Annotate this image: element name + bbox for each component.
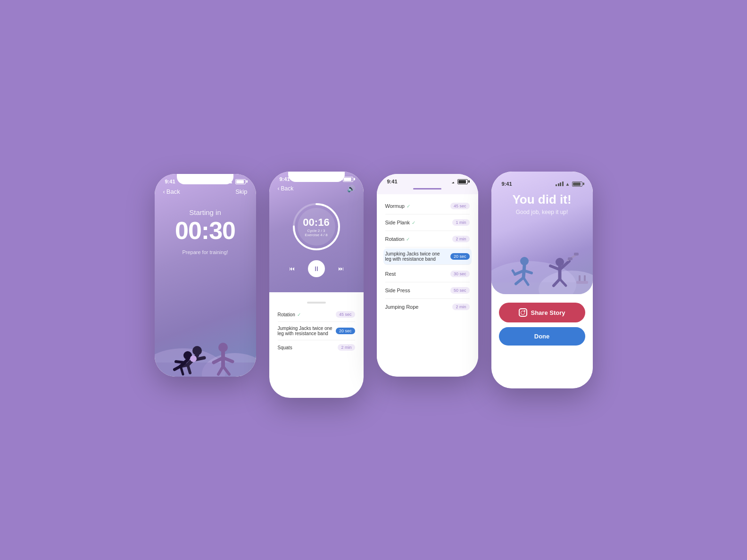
phone1-nav: ‹ Back Skip	[155, 186, 256, 199]
phone2-top: 9:41 ▲ ‹ Back	[269, 172, 364, 292]
timer-circle-container: 00:16 Cycle 2 / 3 Exercise 4 / 8	[269, 196, 364, 256]
phone2-controls: ⏮ ⏸ ⏭	[269, 256, 364, 283]
p3-check-3: ✓	[406, 237, 410, 242]
svg-rect-42	[576, 281, 588, 284]
phone3-notch	[399, 174, 456, 184]
exercise-name-3: Squats	[278, 345, 338, 350]
prev-button[interactable]: ⏮	[284, 261, 299, 276]
p3-time-1: 45 sec	[450, 203, 470, 209]
p3-exercise-name-6: Side Press	[385, 288, 450, 293]
p3-exercise-name-4: Jumpking Jacks twice one leg with resist…	[385, 251, 447, 262]
wifi-icon4: ▲	[565, 181, 570, 187]
svg-rect-2	[155, 362, 256, 377]
phone4-notch	[514, 172, 570, 182]
phones-container: 9:41 ▲ ‹ Back	[136, 143, 612, 417]
time-badge-2: 20 sec	[336, 328, 355, 334]
p3-time-6: 50 sec	[450, 287, 470, 294]
pause-button[interactable]: ⏸	[308, 260, 325, 277]
p3-exercise-row-5: Rest 30 sec	[385, 266, 470, 282]
skip-button[interactable]: Skip	[235, 188, 247, 195]
p3-exercise-row-6: Side Press 50 sec	[385, 282, 470, 299]
exercise-name-2: Jumpking Jacks twice one leg with resist…	[278, 326, 336, 336]
p3-check-2: ✓	[412, 220, 415, 225]
p3-exercise-row-4: Jumpking Jacks twice one leg with resist…	[383, 248, 472, 265]
back-button2[interactable]: ‹ Back	[278, 185, 294, 192]
phone2-bottom: Rotation ✓ 45 sec Jumpking Jacks twice o…	[269, 292, 364, 364]
p3-time-7: 2 min	[452, 304, 469, 310]
p3-exercise-row-1: Wormup ✓ 45 sec	[385, 198, 470, 214]
svg-rect-40	[574, 253, 579, 255]
p3-exercise-row-2: Side Plank ✓ 1 min	[385, 214, 470, 231]
prepare-text: Prepare for training!	[159, 249, 251, 255]
p3-exercise-name-3: Rotation ✓	[385, 236, 451, 242]
svg-rect-44	[584, 275, 586, 281]
timer-display: 00:16 Cycle 2 / 3 Exercise 4 / 8	[303, 216, 329, 237]
countdown-timer: 00:30	[159, 218, 251, 243]
p3-check-1: ✓	[407, 204, 410, 209]
phone2-notch	[288, 172, 345, 182]
starting-label: Starting in	[159, 208, 251, 216]
timer-circle: 00:16 Cycle 2 / 3 Exercise 4 / 8	[290, 201, 342, 253]
phone4-status-icons: ▲	[556, 181, 582, 187]
svg-rect-25	[491, 282, 593, 294]
phone1-illustration	[155, 296, 256, 377]
p3-time-4: 20 sec	[450, 253, 470, 260]
p3-exercise-name-5: Rest	[385, 271, 450, 277]
done-button[interactable]: Done	[499, 327, 585, 346]
next-button[interactable]: ⏭	[333, 261, 349, 276]
battery-icon4	[572, 181, 582, 187]
instagram-icon	[519, 308, 527, 317]
phone4-time: 9:41	[502, 181, 512, 187]
exercise-row-3: Squats 2 min	[278, 340, 355, 354]
p3-exercise-row-7: Jumping Rope 2 min	[385, 299, 470, 315]
share-story-button[interactable]: Share Story	[499, 303, 585, 322]
phone1-notch	[177, 174, 233, 184]
time-badge-1: 45 sec	[336, 311, 355, 318]
p3-exercise-row-3: Rotation ✓ 2 min	[385, 231, 470, 247]
phone1: 9:41 ▲ ‹ Back	[155, 174, 256, 377]
phone2-nav: ‹ Back 🔊	[269, 184, 364, 196]
battery-icon	[235, 179, 246, 184]
exercise-row-1: Rotation ✓ 45 sec	[278, 307, 355, 322]
p3-time-3: 2 min	[452, 236, 469, 242]
p3-exercise-name-7: Jumping Rope	[385, 304, 451, 310]
phone2: 9:41 ▲ ‹ Back	[269, 172, 364, 398]
svg-line-16	[176, 362, 184, 362]
good-job-subtitle: Good job, keep it up!	[516, 209, 568, 215]
phone3-exercise-list: Wormup ✓ 45 sec Side Plank ✓ 1 min Rotat…	[377, 194, 478, 319]
exercise-name-1: Rotation ✓	[278, 312, 336, 317]
phone1-content: Starting in 00:30 Prepare for training!	[155, 199, 256, 260]
battery-icon2	[343, 177, 353, 182]
p3-time-2: 1 min	[452, 219, 469, 226]
progress-bar	[413, 188, 441, 189]
p3-time-5: 30 sec	[450, 271, 470, 277]
exercise-row-2: Jumpking Jacks twice one leg with resist…	[278, 322, 355, 340]
p3-exercise-name-2: Side Plank ✓	[385, 220, 451, 225]
you-did-it-title: You did it!	[507, 189, 576, 209]
phone4-screen: 9:41 ▲ You did it!	[491, 172, 593, 388]
time-badge-3: 2 min	[338, 344, 355, 351]
signal-icon4	[556, 181, 564, 186]
phone3-time: 9:41	[387, 179, 398, 184]
svg-rect-43	[579, 275, 581, 281]
check-icon-1: ✓	[297, 312, 301, 317]
sound-icon[interactable]: 🔊	[347, 185, 355, 192]
phone4-illustration	[491, 223, 593, 294]
phone3-screen: 9:41 ▲	[377, 174, 478, 377]
svg-rect-41	[568, 257, 573, 260]
phone1-time: 9:41	[165, 179, 175, 184]
phone4-actions: Share Story Done	[491, 294, 593, 350]
phone4-top: 9:41 ▲ You did it!	[491, 172, 593, 294]
phone4: 9:41 ▲ You did it!	[491, 172, 593, 388]
p3-exercise-name-1: Wormup ✓	[385, 203, 450, 209]
back-button[interactable]: ‹ Back	[163, 188, 180, 195]
phone3: 9:41 ▲	[377, 174, 478, 377]
svg-point-19	[190, 355, 197, 362]
battery-icon3	[457, 179, 468, 184]
phone3-header	[377, 186, 478, 194]
